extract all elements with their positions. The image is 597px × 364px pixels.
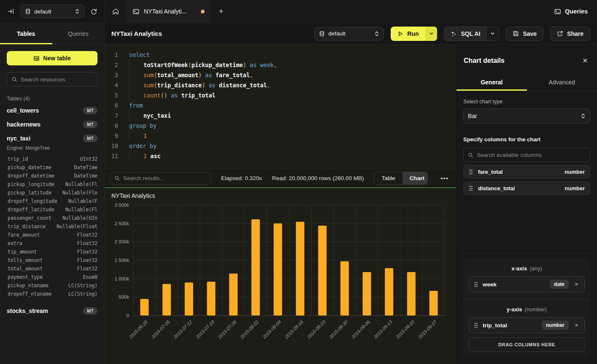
column-name: payment_type [8, 274, 43, 283]
sidebar-body: New table Tables (4) cell_towersMThacker… [0, 44, 104, 364]
tables-section-label: Tables (4) [7, 96, 97, 102]
table-row[interactable]: stocks_streamMT [7, 304, 97, 318]
y-axis-column-chip[interactable]: trip_total number ✕ [469, 317, 585, 333]
new-tab-button[interactable]: + [211, 0, 231, 23]
drag-handle-icon[interactable] [474, 322, 478, 329]
database-selector[interactable]: default [20, 5, 84, 18]
remove-y-axis-column-icon[interactable]: ✕ [573, 323, 580, 328]
column-row: pickup_longitudeNullable(Fl [7, 181, 97, 190]
resources-search[interactable] [7, 72, 97, 86]
available-column-chip[interactable]: fare_totalnumber [463, 165, 590, 178]
editor-code[interactable]: selecttoStartOfWeek(pickup_datetime) as … [124, 44, 456, 169]
query-toolbar: NYTaxi Analytics default Run [105, 23, 597, 44]
code-line[interactable]: group by [129, 121, 456, 131]
code-token: sum [143, 72, 154, 78]
sidebar-topbar: default [0, 0, 104, 23]
code-line[interactable]: from [129, 100, 456, 111]
code-line[interactable]: sum(trip_distance) as distance_total, [129, 80, 456, 90]
x-axis-tick-label: 2015-08-16 [284, 319, 305, 340]
run-button[interactable]: Run [391, 27, 425, 41]
column-type: LC(String) [68, 291, 97, 299]
bar[interactable] [229, 273, 238, 315]
bar[interactable] [407, 272, 416, 315]
bar[interactable] [340, 262, 349, 315]
x-axis-tick-label: 2015-08-30 [328, 319, 349, 340]
drag-handle-icon[interactable] [469, 185, 473, 191]
toolbar-database-selector[interactable]: default [314, 27, 384, 40]
bar[interactable] [162, 284, 171, 315]
code-line[interactable]: order by [129, 141, 456, 151]
rows-read: Read: 20,000,000 rows (260.00 MB) [272, 175, 364, 181]
bar[interactable] [274, 224, 282, 315]
columns-search[interactable] [463, 148, 590, 162]
run-options-button[interactable] [425, 27, 437, 41]
drag-handle-icon[interactable] [474, 281, 478, 288]
code-line[interactable]: count() as trip_total [129, 90, 456, 100]
resources-search-input[interactable] [21, 76, 95, 83]
home-button[interactable] [105, 0, 127, 23]
results-search-input[interactable] [123, 175, 206, 181]
chart-type-selector[interactable]: Bar [463, 108, 590, 124]
x-axis-tick-label: 2015-07-26 [217, 319, 238, 340]
table-grid-icon [33, 55, 40, 62]
available-column-chip[interactable]: distance_totalnumber [463, 181, 590, 195]
code-token: , [274, 62, 277, 68]
sidebar-tab-queries[interactable]: Queries [52, 23, 105, 44]
drop-zone[interactable]: DRAG COLUMNS HERE [469, 337, 585, 352]
new-table-button[interactable]: New table [7, 51, 97, 65]
tab-general[interactable]: General [457, 75, 527, 91]
tab-advanced[interactable]: Advanced [527, 75, 597, 91]
bar[interactable] [296, 222, 304, 315]
sidebar-tab-tables[interactable]: Tables [0, 23, 52, 44]
bar-chart[interactable]: 3 000k2 500k2 000k1 500k1 000k500k02015-… [111, 201, 450, 361]
columns-search-input[interactable] [477, 152, 586, 158]
table-row[interactable]: nyc_taxiMT [7, 131, 97, 145]
column-row: pickup_datetimeDateTime [7, 164, 97, 173]
code-line[interactable]: nyc_taxi [129, 111, 456, 121]
code-line[interactable]: sum(total_amount) as fare_total, [129, 70, 456, 80]
collapse-sidebar-icon[interactable] [8, 8, 14, 15]
drag-handle-icon[interactable] [469, 169, 473, 175]
bar[interactable] [430, 291, 438, 316]
table-row[interactable]: cell_towersMT [7, 103, 97, 117]
queries-button[interactable]: Queries [545, 0, 597, 23]
bar[interactable] [318, 226, 327, 315]
chevron-updown-icon [75, 8, 80, 14]
tab-nytaxi-analytics[interactable]: NYTaxi Analyti... [127, 0, 211, 23]
column-type: Nullable(Fl [65, 207, 97, 215]
close-icon[interactable]: ✕ [582, 57, 588, 65]
code-token: week [260, 62, 274, 68]
view-toggle-chart[interactable]: Chart [403, 172, 428, 184]
share-button[interactable]: Share [550, 27, 590, 41]
bar[interactable] [207, 282, 216, 315]
sql-ai-options-button[interactable] [486, 27, 499, 40]
code-line[interactable]: toStartOfWeek(pickup_datetime) as week, [129, 60, 456, 70]
sql-editor[interactable]: 1234567891011 selecttoStartOfWeek(pickup… [105, 44, 456, 169]
x-axis-column-chip[interactable]: week date ✕ [469, 276, 585, 292]
refresh-icon[interactable] [90, 8, 97, 15]
search-icon [114, 175, 120, 181]
save-button[interactable]: Save [506, 27, 543, 41]
y-axis-label: y-axis [507, 306, 522, 313]
sql-ai-label: SQL AI [461, 30, 480, 37]
share-label: Share [567, 30, 583, 37]
results-search[interactable] [110, 172, 211, 185]
queries-terminal-icon [554, 8, 561, 15]
code-token: order by [129, 143, 157, 149]
remove-x-axis-column-icon[interactable]: ✕ [573, 282, 580, 287]
code-line[interactable]: 1 asc [129, 151, 456, 161]
bar[interactable] [363, 272, 371, 315]
view-toggle-table[interactable]: Table [374, 172, 402, 184]
code-line[interactable]: select [129, 50, 456, 60]
more-options-icon[interactable]: ••• [438, 175, 451, 182]
table-row[interactable]: hackernewsMT [7, 117, 97, 131]
bar[interactable] [251, 219, 260, 315]
bar[interactable] [385, 268, 393, 315]
bar[interactable] [140, 299, 149, 315]
bar[interactable] [185, 283, 193, 315]
line-number: 10 [105, 141, 118, 151]
y-axis-tick-label: 500k [119, 294, 129, 299]
run-button-group: Run [391, 27, 437, 41]
sql-ai-button[interactable]: SQL AI [444, 27, 486, 40]
code-line[interactable]: 1 [129, 131, 456, 141]
